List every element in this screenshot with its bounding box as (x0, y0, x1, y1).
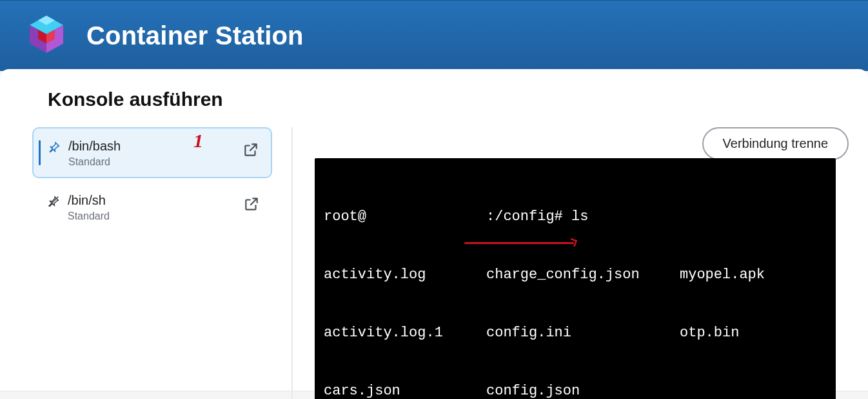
terminal-command: :/config# ls (486, 207, 588, 227)
app-logo-icon (23, 13, 70, 59)
terminal-file: activity.log.1 (324, 323, 486, 343)
annotation-1: 1 (193, 130, 203, 152)
terminal-file: myopel.apk (680, 265, 765, 285)
disconnect-button[interactable]: Verbindung trenne (702, 127, 849, 160)
terminal-file: charge_config.json (486, 265, 680, 285)
terminal[interactable]: root@:/config# ls activity.logcharge_con… (315, 158, 836, 399)
app-title: Container Station (86, 21, 304, 50)
open-external-icon[interactable] (242, 141, 259, 158)
page-title: Konsole ausführen (48, 88, 836, 110)
shell-path: /bin/bash (68, 139, 121, 154)
shell-item-bash[interactable]: /bin/bash Standard 1 (32, 127, 272, 178)
console-area: Verbindung trenne root@:/config# ls acti… (295, 127, 836, 399)
annotation-underline (464, 242, 574, 244)
shell-item-sh[interactable]: /bin/sh Standard (32, 182, 272, 232)
terminal-file: config.ini (486, 323, 680, 343)
shell-path: /bin/sh (68, 193, 110, 208)
terminal-prompt: root@ (324, 207, 486, 227)
app-header: Container Station (0, 0, 868, 71)
terminal-file: config.json (486, 382, 680, 399)
shell-sublabel: Standard (68, 156, 121, 168)
shell-list: /bin/bash Standard 1 (32, 127, 293, 399)
pin-icon (48, 141, 61, 154)
pin-outline-icon (47, 195, 60, 208)
terminal-file: activity.log (324, 265, 486, 285)
annotation-2: 2 (613, 158, 622, 161)
terminal-file: otp.bin (680, 323, 739, 343)
terminal-file: cars.json (324, 382, 486, 399)
main-panel: Konsole ausführen /bin/bash Standard (0, 69, 868, 391)
shell-sublabel: Standard (68, 210, 110, 222)
open-external-icon[interactable] (243, 196, 260, 212)
